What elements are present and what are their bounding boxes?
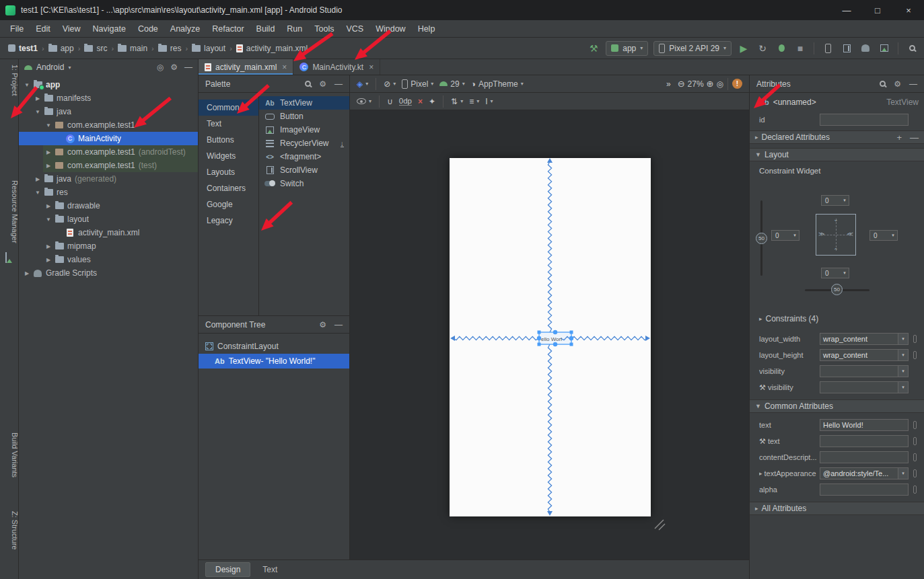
flag-icon[interactable] (913, 453, 917, 461)
tree-item-mainactivity[interactable]: C MainActivity (19, 132, 198, 145)
search-icon[interactable] (880, 81, 886, 87)
search-everywhere-button[interactable] (905, 41, 919, 56)
gear-icon[interactable]: ⚙ (319, 79, 326, 89)
add-attribute-button[interactable]: + (896, 132, 902, 143)
menu-file[interactable]: File (4, 24, 30, 34)
tool-window-project[interactable]: 1: Project (0, 65, 19, 95)
palette-item-textview[interactable]: Ab TextView (259, 96, 349, 110)
tree-item-manifests[interactable]: ▶ manifests (19, 91, 198, 105)
layout-width-select[interactable]: wrap_content▾ (820, 333, 909, 345)
hide-panel-button[interactable]: — (334, 320, 343, 330)
palette-item-button[interactable]: Button (259, 110, 349, 123)
tree-item-res[interactable]: ▼ res (19, 186, 198, 199)
view-options-button[interactable]: ▾ (357, 98, 371, 104)
tree-item-values[interactable]: ▶ values (19, 253, 198, 266)
palette-category-widgets[interactable]: Widgets (199, 148, 258, 164)
expand-arrow-icon[interactable]: ▶ (44, 243, 52, 249)
layout-section[interactable]: ▼ Layout (750, 148, 924, 161)
menu-navigate[interactable]: Navigate (87, 24, 132, 34)
align-button[interactable]: ≡▾ (469, 97, 479, 106)
horizontal-bias-knob[interactable]: 50 (831, 284, 843, 295)
component-constraintlayout[interactable]: ConstraintLayout (199, 339, 349, 354)
palette-item-switch[interactable]: Switch (259, 177, 349, 190)
design-surface-select[interactable]: ◈▾ (357, 79, 368, 89)
run-button[interactable]: ▶ (737, 41, 750, 56)
expand-arrow-icon[interactable]: ▼ (44, 217, 52, 223)
margin-left-select[interactable]: 0▾ (771, 230, 799, 241)
expand-arrow-icon[interactable]: ▼ (23, 82, 31, 88)
breadcrumb-main[interactable]: main (115, 44, 150, 53)
hide-panel-button[interactable]: — (184, 63, 192, 72)
tree-item-activity-main-xml[interactable]: activity_main.xml (19, 226, 198, 239)
tool-window-build-variants[interactable]: Build Variants (0, 432, 19, 477)
declared-attributes-section[interactable]: ▸ Declared Attributes + — (750, 130, 924, 144)
apply-changes-button[interactable]: ↻ (756, 41, 769, 56)
palette-item-fragment[interactable]: <> <fragment> (259, 150, 349, 163)
search-icon[interactable] (305, 81, 311, 87)
expand-arrow-icon[interactable]: ▶ (23, 270, 31, 276)
tool-window-structure[interactable]: Z: Structure (0, 511, 19, 549)
menu-refactor[interactable]: Refactor (206, 24, 250, 34)
menu-window[interactable]: Window (369, 24, 411, 34)
menu-vcs[interactable]: VCS (340, 24, 369, 34)
palette-category-legacy[interactable]: Legacy (199, 213, 258, 229)
tree-item-drawable[interactable]: ▶ drawable (19, 199, 198, 213)
minimize-button[interactable]: — (831, 0, 862, 20)
palette-category-google[interactable]: Google (199, 196, 258, 213)
menu-view[interactable]: View (57, 24, 87, 34)
expand-arrow-icon[interactable]: ▶ (34, 95, 42, 102)
avd-manager-button[interactable] (821, 41, 834, 56)
menu-analyze[interactable]: Analyze (164, 24, 206, 34)
default-margins-button[interactable]: 0dp (399, 97, 412, 106)
expand-arrow-icon[interactable]: ▼ (44, 122, 52, 128)
tree-item-mipmap[interactable]: ▶ mipmap (19, 239, 198, 253)
tree-item-java-generated[interactable]: ▶ java (generated) (19, 172, 198, 186)
tree-item-gradle-scripts[interactable]: ▶ Gradle Scripts (19, 266, 198, 280)
layout-inspector-button[interactable] (840, 41, 853, 56)
maximize-button[interactable]: □ (862, 0, 893, 20)
run-configuration-select[interactable]: app ▾ (606, 41, 648, 56)
stop-button[interactable]: ■ (793, 41, 807, 56)
close-button[interactable]: × (893, 0, 924, 20)
download-icon[interactable]: ↓ (341, 140, 345, 147)
resource-manager-icon[interactable] (5, 253, 13, 261)
text-mode-tab[interactable]: Text (252, 562, 287, 577)
flag-icon[interactable] (913, 486, 917, 494)
constraints-section[interactable]: ▸ Constraints (4) (750, 312, 924, 325)
remove-attribute-button[interactable]: — (910, 132, 919, 143)
menu-tools[interactable]: Tools (308, 24, 340, 34)
theme-select[interactable]: ◑AppTheme▾ (471, 79, 524, 89)
tool-window-resource-manager[interactable]: Resource Manager (0, 180, 19, 243)
flag-icon[interactable] (913, 421, 917, 429)
expand-arrow-icon[interactable]: ▼ (34, 190, 42, 196)
sdk-manager-button[interactable] (878, 41, 891, 56)
flag-icon[interactable] (913, 469, 917, 477)
device-select[interactable]: Pixel 2 API 29 ▾ (653, 41, 732, 56)
expand-arrow-icon[interactable]: ▶ (44, 149, 52, 155)
expand-arrow-icon[interactable]: ▼ (34, 109, 42, 115)
flag-icon[interactable] (913, 437, 917, 445)
margin-bottom-select[interactable]: 0▾ (821, 268, 849, 278)
hide-panel-button[interactable]: — (334, 79, 343, 89)
margin-top-select[interactable]: 0▾ (821, 195, 849, 206)
palette-category-text[interactable]: Text (199, 116, 258, 132)
orientation-select[interactable]: ⊘▾ (384, 79, 396, 89)
tree-item-com-example-test1[interactable]: ▼ com.example.test1 (19, 118, 198, 132)
close-icon[interactable]: × (369, 63, 374, 72)
issue-panel-button[interactable]: ! (732, 79, 742, 89)
tab-mainactivity-kt[interactable]: C MainActivity.kt × (293, 59, 380, 75)
pack-button[interactable]: ⇅▾ (451, 97, 463, 106)
expand-arrow-icon[interactable]: ▶ (34, 176, 42, 182)
design-canvas[interactable]: ello Worl (350, 110, 749, 559)
text-appearance-select[interactable]: @android:style/Te...▾ (820, 467, 909, 479)
menu-code[interactable]: Code (132, 24, 164, 34)
zoom-fit-button[interactable]: ◎ (717, 79, 723, 89)
clear-constraints-button[interactable]: × (418, 97, 423, 106)
alpha-input[interactable] (820, 484, 909, 496)
palette-category-containers[interactable]: Containers (199, 180, 258, 196)
device-in-editor-select[interactable]: Pixel▾ (402, 79, 433, 89)
component-textview[interactable]: Ab TextView- "Hello World!" (199, 354, 349, 369)
autoconnect-toggle[interactable]: ∪ (387, 97, 393, 106)
locate-file-button[interactable]: ◎ (157, 63, 164, 72)
tree-item-layout[interactable]: ▼ layout (19, 213, 198, 226)
